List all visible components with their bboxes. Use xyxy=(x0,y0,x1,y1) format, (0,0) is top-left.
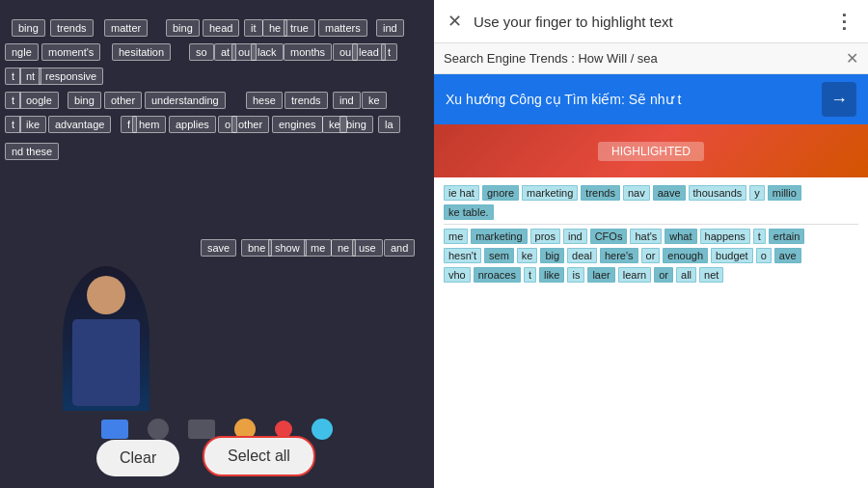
text-chunk: what xyxy=(665,229,696,244)
text-chunk: CFOs xyxy=(590,229,628,244)
word-bubble: matters xyxy=(318,19,367,37)
toolbar-icon-2[interactable] xyxy=(148,419,169,440)
word-bubble: la xyxy=(378,116,400,133)
toolbar-icon-6[interactable] xyxy=(312,419,333,440)
text-chunk: nav xyxy=(623,185,650,201)
text-chunk: trends xyxy=(581,185,620,201)
word-bubble: show xyxy=(268,239,307,257)
text-chunk: marketing xyxy=(522,185,578,201)
text-chunk: sem xyxy=(484,248,514,263)
word-bubble: save xyxy=(201,239,236,257)
word-bubble: trends xyxy=(50,19,94,37)
word-bubble: hese xyxy=(246,92,283,109)
word-bubble: moment's xyxy=(41,43,100,61)
content-area: HIGHLIGHTED ie hat gnore marketing trend… xyxy=(434,124,868,488)
word-bubble: me xyxy=(304,239,332,257)
select-all-button[interactable]: Select all xyxy=(203,436,315,476)
text-row-5: vho nroaces t like is laer learn or all … xyxy=(444,267,858,283)
translation-arrow-button[interactable]: → xyxy=(822,82,856,117)
word-bubble: matter xyxy=(104,19,148,37)
text-chunk: aave xyxy=(653,185,686,201)
text-chunk: ave xyxy=(774,248,801,263)
text-chunk: is xyxy=(567,267,584,283)
highlighted-text-area: ie hat gnore marketing trends nav aave t… xyxy=(434,177,868,294)
word-bubble: engines xyxy=(272,116,323,133)
word-bubble: so xyxy=(189,43,214,61)
text-chunk: gnore xyxy=(482,185,519,201)
word-bubble: ind xyxy=(376,19,404,37)
word-bubble: responsive xyxy=(39,68,103,85)
text-chunk: thousands xyxy=(689,185,747,201)
url-close-icon[interactable]: ✕ xyxy=(846,49,858,68)
text-chunk: or xyxy=(641,248,661,263)
word-bubble: and xyxy=(384,239,415,257)
text-chunk: hesn't xyxy=(444,248,481,263)
text-row-1: ie hat gnore marketing trends nav aave t… xyxy=(444,185,858,201)
text-chunk: budget xyxy=(711,248,753,263)
text-chunk: t xyxy=(524,267,536,283)
presenter xyxy=(48,257,164,411)
translation-bar[interactable]: Xu hướng Công cụ Tìm kiếm: Sẽ như t → xyxy=(434,74,868,124)
word-bubble: bing xyxy=(166,19,200,37)
text-chunk: net xyxy=(699,267,723,283)
word-bubble: true xyxy=(284,19,315,37)
separator xyxy=(444,224,858,225)
word-bubble: other xyxy=(104,92,142,109)
left-panel: bingtrendsmatterbingheadithetruemattersi… xyxy=(0,0,434,488)
word-bubble: ke xyxy=(362,92,387,109)
text-chunk: t xyxy=(753,229,766,244)
text-chunk: ke table. xyxy=(444,204,494,220)
text-chunk: millio xyxy=(768,185,801,201)
text-chunk: ke xyxy=(517,248,538,263)
text-chunk: enough xyxy=(663,248,708,263)
text-row-4: hesn't sem ke big deal here's or enough … xyxy=(444,248,858,263)
menu-icon[interactable]: ⋮ xyxy=(834,10,854,33)
presenter-body xyxy=(72,319,140,406)
word-bubble: bing xyxy=(12,19,45,37)
text-chunk: hat's xyxy=(630,229,662,244)
text-chunk: marketing xyxy=(471,229,527,244)
text-chunk: deal xyxy=(567,248,597,263)
close-icon[interactable]: ✕ xyxy=(448,11,462,32)
text-chunk: or xyxy=(654,267,673,283)
top-bar: ✕ Use your finger to highlight text ⋮ xyxy=(434,0,868,43)
word-bubble: bing xyxy=(339,116,373,133)
word-bubble: use xyxy=(352,239,383,257)
word-bubble: hesitation xyxy=(112,43,171,61)
word-bubble: ind xyxy=(333,92,361,109)
url-bar: Search Engine Trends : How Will / sea ✕ xyxy=(434,43,868,74)
presenter-head xyxy=(87,276,125,314)
text-chunk: y xyxy=(749,185,765,201)
text-chunk: all xyxy=(676,267,696,283)
word-bubble: oogle xyxy=(19,92,59,109)
text-chunk: ie hat xyxy=(444,185,479,201)
text-row-2: ke table. xyxy=(444,204,858,220)
text-row-3: me marketing pros ind CFOs hat's what ha… xyxy=(444,229,858,244)
word-bubble: months xyxy=(284,43,332,61)
word-bubble: it xyxy=(244,19,263,37)
word-bubble: hem xyxy=(132,116,166,133)
word-bubble: lack xyxy=(251,43,284,61)
text-chunk: o xyxy=(756,248,772,263)
text-chunk: laer xyxy=(587,267,614,283)
content-image-label: HIGHLIGHTED xyxy=(598,142,704,161)
word-bubble: trends xyxy=(285,92,328,109)
word-bubble: head xyxy=(203,19,239,37)
word-bubble: understanding xyxy=(145,92,226,109)
top-bar-title: Use your finger to highlight text xyxy=(474,14,823,30)
text-chunk: learn xyxy=(618,267,651,283)
content-image: HIGHLIGHTED xyxy=(434,124,868,177)
text-chunk: me xyxy=(444,229,468,244)
clear-button[interactable]: Clear xyxy=(96,440,179,476)
text-chunk: like xyxy=(539,267,565,283)
toolbar-icon-1[interactable] xyxy=(101,420,128,439)
text-chunk: nroaces xyxy=(474,267,521,283)
translation-text: Xu hướng Công cụ Tìm kiếm: Sẽ như t xyxy=(446,92,814,107)
word-bubble: ngle xyxy=(5,43,39,61)
word-bubble: advantage xyxy=(48,116,111,133)
toolbar-icon-3[interactable] xyxy=(188,420,215,439)
text-chunk: ertain xyxy=(769,229,805,244)
word-bubble: applies xyxy=(169,116,216,133)
presenter-figure xyxy=(63,266,149,411)
text-chunk: pros xyxy=(530,229,560,244)
